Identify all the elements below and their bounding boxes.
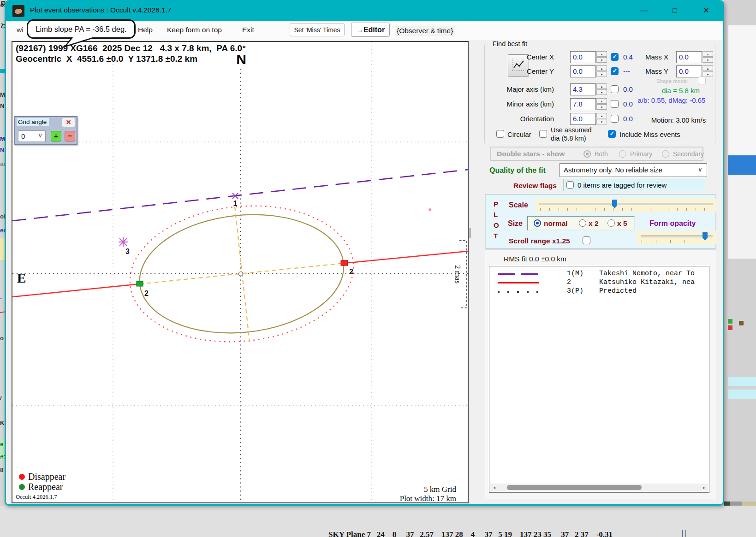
grid-angle-title: Grid angle xyxy=(17,118,49,126)
fix-orientation-checkbox[interactable] xyxy=(611,115,619,123)
bg-white-panel xyxy=(728,175,756,259)
form-opacity-slider-thumb[interactable] xyxy=(702,232,708,241)
observer-row[interactable]: 2 Katsuhiko Kitazaki, nea xyxy=(489,278,709,287)
observer-name: Takeshi Nemoto, near To xyxy=(599,270,695,277)
screen: 易とMNMNaroleed-o/Ke#18 SKY Plane 7 24 8 3… xyxy=(0,0,756,537)
center-y-field[interactable]: 0.0 xyxy=(570,65,596,77)
size-x2-label: x 2 xyxy=(589,219,599,228)
bg-cyan-row xyxy=(728,377,756,386)
mass-y-field[interactable]: 0.0 xyxy=(676,65,702,77)
center-y-spinner[interactable]: ▴▾ xyxy=(596,65,607,77)
form-opacity-slider[interactable] xyxy=(637,231,716,244)
form-opacity-label: Form opacity xyxy=(649,219,696,228)
major-axis-flag: 0.0 xyxy=(623,85,633,93)
background-right-strip xyxy=(724,0,756,537)
orientation-flag: 0.0 xyxy=(623,115,633,123)
circular-checkbox[interactable] xyxy=(496,130,504,138)
close-button[interactable]: ✕ xyxy=(698,4,714,17)
splitter-grip[interactable] xyxy=(470,228,470,238)
center-x-value: 0.0 xyxy=(573,53,583,61)
menu-item-fragment[interactable]: wi xyxy=(17,26,24,34)
maximize-button[interactable]: □ xyxy=(667,4,683,17)
fix-center-y-checkbox[interactable] xyxy=(611,67,619,75)
fix-minor-axis-checkbox[interactable] xyxy=(611,100,619,108)
include-miss-events-checkbox[interactable] xyxy=(608,130,616,138)
scale-slider-thumb[interactable] xyxy=(612,200,617,208)
grid-angle-minus-button[interactable]: − xyxy=(65,131,75,142)
marker3-label: 3 xyxy=(125,248,130,255)
mass-y-label: Mass Y xyxy=(637,67,668,75)
plot-title-line1: (92167) 1999 XG166 2025 Dec 12 4.3 x 7.8… xyxy=(16,43,246,53)
double-stars-primary-radio[interactable] xyxy=(619,150,626,158)
grid-angle-value: 0 xyxy=(21,132,25,140)
minor-axis-spinner[interactable]: ▴▾ xyxy=(596,98,607,110)
plot-area[interactable]: N E 1 2 2 3 2 mas (92167) 1999 XG166 202… xyxy=(12,41,469,503)
grid-angle-plus-button[interactable]: + xyxy=(51,131,61,142)
bg-fragment: / xyxy=(0,395,2,401)
mass-y-value: 0.0 xyxy=(679,67,689,75)
orientation-field[interactable]: 6.0 xyxy=(570,113,596,125)
editor-button[interactable]: →Editor xyxy=(351,23,390,37)
grid-angle-select[interactable]: 0∨ xyxy=(18,130,46,142)
scrollbar-thumb[interactable] xyxy=(507,485,642,490)
plot-canvas: N E 1 2 2 3 2 mas xyxy=(12,42,468,502)
minimize-button[interactable]: — xyxy=(636,4,652,17)
mass-x-label: Mass X xyxy=(637,53,668,61)
diameter-label: dia = 5.8 km xyxy=(644,87,718,94)
orientation-spinner[interactable]: ▴▾ xyxy=(596,113,607,125)
fix-center-x-checkbox[interactable] xyxy=(611,53,619,61)
observer-row[interactable]: 3(P) Predicted xyxy=(489,287,709,296)
major-axis-field[interactable]: 4.3 xyxy=(570,83,596,95)
scale-slider[interactable] xyxy=(536,199,716,212)
review-flags-box: 0 items are tagged for review xyxy=(563,179,705,191)
menu-item-keep-on-top[interactable]: Keep form on top xyxy=(167,26,222,34)
minor-axis-field[interactable]: 7.8 xyxy=(570,98,596,110)
green-dot-icon xyxy=(19,484,25,490)
size-x5-label: x 5 xyxy=(617,219,627,228)
center-x-field[interactable]: 0.0 xyxy=(570,51,596,63)
bg-white-panel xyxy=(728,25,756,155)
review-flags-checkbox[interactable] xyxy=(566,181,574,189)
fix-major-axis-checkbox[interactable] xyxy=(611,85,619,93)
menu-item-help[interactable]: Help xyxy=(138,26,153,34)
tooltip-tail xyxy=(60,37,97,47)
major-axis-spinner[interactable]: ▴▾ xyxy=(596,83,607,95)
observer1-chord-line xyxy=(12,170,468,221)
shape-model-checkbox[interactable] xyxy=(698,77,706,84)
observer-marker: 3(P) xyxy=(567,287,583,295)
scroll-left-icon[interactable]: ◂ xyxy=(490,484,498,491)
double-stars-both-radio[interactable] xyxy=(583,150,591,158)
tooltip-text: Limb slope PA = -36.5 deg. xyxy=(36,25,126,33)
set-miss-times-button[interactable]: Set 'Miss' Times xyxy=(290,23,345,36)
double-stars-both-label: Both xyxy=(595,150,608,158)
center-x-spinner[interactable]: ▴▾ xyxy=(596,51,607,63)
find-best-fit-title: Find best fit xyxy=(490,40,530,47)
east-label: E xyxy=(17,271,26,285)
size-x5-radio[interactable] xyxy=(607,219,615,227)
use-assumed-dia-checkbox[interactable] xyxy=(539,130,547,138)
grid-angle-close-icon[interactable]: ✕ xyxy=(62,118,75,127)
grid-scale-labels: 5 km Grid Plot width: 17 km xyxy=(400,485,456,503)
observer-time-label[interactable]: {Observer & time} xyxy=(395,26,455,36)
mass-x-field[interactable]: 0.0 xyxy=(676,51,702,63)
menu-item-exit[interactable]: Exit xyxy=(242,26,254,34)
scroll-right-icon[interactable]: ▸ xyxy=(700,484,708,491)
quality-of-fit-select[interactable]: Astrometry only. No reliable size ∨ xyxy=(560,163,707,177)
chevron-down-icon: ∨ xyxy=(38,132,42,139)
minor-axis-label: Minor axis (km) xyxy=(489,100,554,108)
size-x2-radio[interactable] xyxy=(579,219,586,227)
quality-of-fit-value: Astrometry only. No reliable size xyxy=(564,166,662,174)
observer-row[interactable]: 1(M) Takeshi Nemoto, near To xyxy=(489,270,709,278)
include-miss-events-label: Include Miss events xyxy=(619,130,680,138)
horizontal-scrollbar[interactable]: ◂ ▸ xyxy=(490,484,708,491)
scroll-range-checkbox[interactable] xyxy=(583,236,590,244)
observer-list[interactable]: 1(M) Takeshi Nemoto, near To 2 Katsuhiko… xyxy=(489,266,709,493)
plot-title-line2: Geocentric X 4551.6 ±0.0 Y 1371.8 ±0.2 k… xyxy=(16,54,197,64)
mass-x-spinner[interactable]: ▴▾ xyxy=(702,51,713,63)
mass-y-spinner[interactable]: ▴▾ xyxy=(702,65,713,77)
double-stars-secondary-radio[interactable] xyxy=(662,150,669,158)
titlebar[interactable]: Plot event observations : Occult v.4.202… xyxy=(6,1,723,21)
quality-of-fit-label: Quality of the fit xyxy=(489,166,546,175)
size-normal-radio[interactable] xyxy=(534,219,541,227)
black-dotted-line-icon xyxy=(498,291,539,293)
